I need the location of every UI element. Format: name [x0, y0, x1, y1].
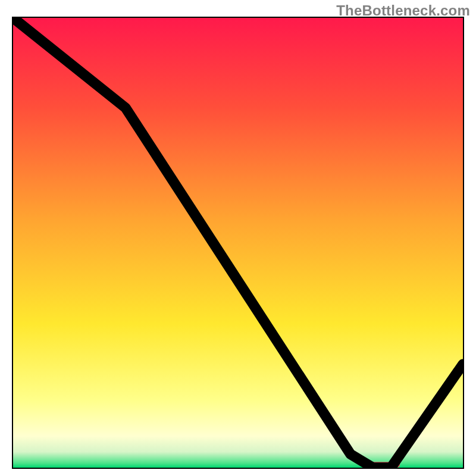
chart-stage: TheBottleneck.com [0, 0, 476, 476]
background-rect [13, 18, 463, 468]
plot-svg [13, 18, 463, 468]
plot-area [12, 17, 464, 469]
